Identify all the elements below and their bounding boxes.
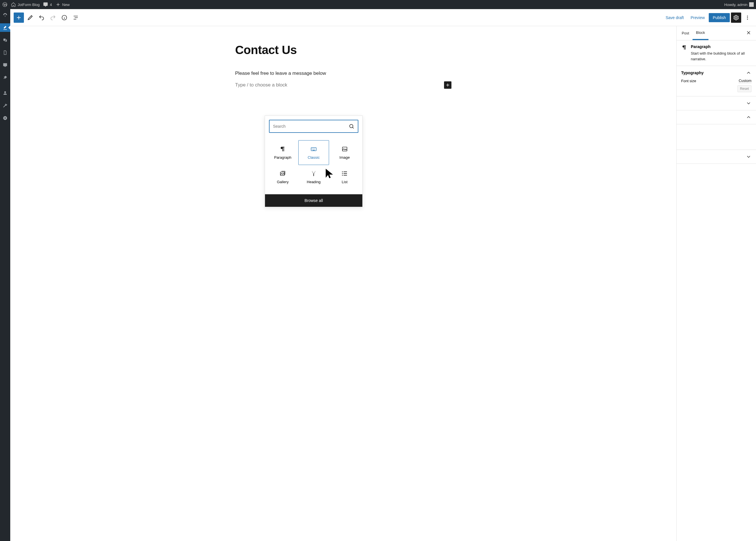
chevron-down-icon [746, 100, 751, 106]
svg-point-8 [350, 124, 353, 128]
browse-all-button[interactable]: Browse all [265, 194, 362, 207]
editor-canvas: Contact Us Please feel free to leave a m… [224, 26, 463, 106]
pin-icon[interactable] [0, 73, 10, 82]
paragraph-icon [279, 146, 286, 153]
heading-icon [310, 170, 317, 177]
editor-toolbar: Save draft Preview Publish [10, 9, 756, 26]
inline-inserter-button[interactable] [444, 81, 451, 89]
reset-button[interactable]: Reset [737, 85, 751, 92]
svg-point-1 [4, 91, 6, 93]
site-name: JotForm Blog [18, 3, 40, 7]
media-icon[interactable] [0, 36, 10, 44]
inspector-sidebar: Post Block Paragraph Start with the buil… [676, 26, 756, 541]
admin-menu [0, 9, 10, 541]
tab-post[interactable]: Post [678, 26, 693, 40]
site-home-link[interactable]: JotForm Blog [11, 2, 40, 7]
cursor-icon [324, 168, 335, 179]
edit-mode-button[interactable] [25, 13, 35, 23]
block-search-input[interactable] [269, 120, 358, 133]
chevron-up-icon [746, 114, 751, 120]
dashboard-icon[interactable] [0, 11, 10, 19]
svg-point-4 [735, 17, 737, 18]
publish-button[interactable]: Publish [709, 13, 730, 22]
comments-count: 4 [50, 3, 52, 7]
typography-panel-toggle[interactable]: Typography [681, 70, 751, 76]
comments-icon[interactable] [0, 61, 10, 69]
svg-point-6 [747, 17, 748, 18]
pages-icon[interactable] [0, 48, 10, 57]
wordpress-logo-icon[interactable] [2, 2, 7, 7]
paragraph-icon [681, 44, 687, 51]
collapsed-panel-2[interactable] [681, 114, 751, 120]
outline-button[interactable] [71, 13, 81, 23]
new-label: New [62, 3, 70, 7]
block-placeholder[interactable]: Type / to choose a block [235, 82, 287, 88]
svg-point-5 [747, 15, 748, 16]
more-options-button[interactable] [742, 13, 753, 23]
gallery-icon [279, 170, 286, 177]
collapsed-panel-1[interactable] [681, 100, 751, 106]
user-greeting[interactable]: Howdy, admin [724, 2, 754, 7]
tab-block[interactable]: Block [693, 26, 708, 40]
page-title[interactable]: Contact Us [235, 43, 451, 57]
info-button[interactable] [59, 13, 69, 23]
redo-button[interactable] [48, 13, 58, 23]
custom-font-size-link[interactable]: Custom [739, 79, 751, 83]
image-icon [341, 146, 348, 153]
preview-link[interactable]: Preview [688, 15, 708, 20]
tools-icon[interactable] [0, 101, 10, 110]
block-inserter-popup: Paragraph Classic Image Gallery [265, 116, 363, 207]
undo-button[interactable] [36, 13, 47, 23]
comments-link[interactable]: 4 [43, 2, 52, 7]
block-description: Start with the building block of all nar… [691, 51, 751, 62]
collapsed-panel-3[interactable] [681, 154, 751, 160]
list-icon [341, 170, 348, 177]
font-size-label: Font size [681, 79, 696, 83]
avatar [749, 2, 754, 7]
admin-bar: JotForm Blog 4 New Howdy, admin [0, 0, 756, 9]
svg-rect-10 [342, 147, 347, 151]
block-inserter-button[interactable] [14, 13, 24, 23]
posts-icon[interactable] [0, 23, 10, 32]
new-content-link[interactable]: New [56, 2, 70, 7]
inserter-item-image[interactable]: Image [329, 140, 360, 165]
chevron-up-icon [746, 70, 751, 76]
chevron-down-icon [746, 154, 751, 160]
collapse-icon[interactable] [0, 114, 10, 122]
close-inspector-button[interactable] [746, 30, 751, 36]
settings-button[interactable] [731, 13, 741, 23]
block-name: Paragraph [691, 44, 751, 49]
keyboard-icon [310, 146, 317, 153]
users-icon[interactable] [0, 89, 10, 97]
inserter-item-paragraph[interactable]: Paragraph [267, 140, 298, 165]
svg-point-7 [747, 18, 748, 19]
save-draft-link[interactable]: Save draft [663, 15, 687, 20]
paragraph-block[interactable]: Please feel free to leave a message belo… [235, 71, 451, 76]
inserter-item-classic[interactable]: Classic [298, 140, 329, 165]
search-icon [349, 124, 354, 129]
inserter-item-gallery[interactable]: Gallery [267, 165, 298, 189]
